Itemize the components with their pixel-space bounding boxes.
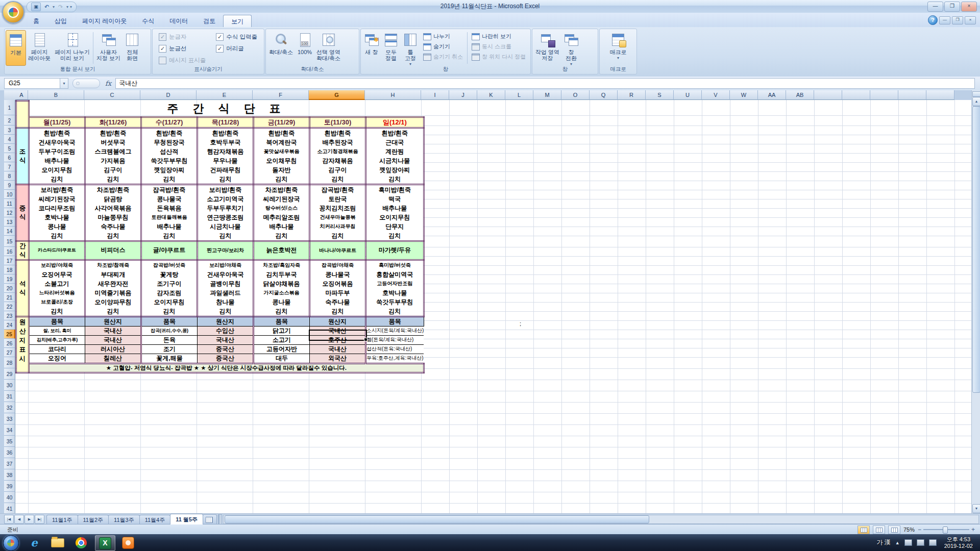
row-header-29[interactable]: 29 <box>4 368 15 380</box>
column-header-G[interactable]: G <box>309 90 365 100</box>
selected-cell-G25[interactable] <box>309 330 367 341</box>
restore-button[interactable]: ❐ <box>944 2 960 12</box>
day-header[interactable]: 수(11/27) <box>141 117 198 128</box>
column-header-U[interactable]: U <box>674 90 702 100</box>
menu-block[interactable]: 흰밥/흰죽근대국계란찜시금치나물깻잎장아찌김치 <box>366 128 424 184</box>
column-header-AB[interactable]: AB <box>786 90 814 100</box>
row-header-12[interactable]: 12 <box>4 208 15 217</box>
last-sheet-icon[interactable]: ▶| <box>35 515 44 524</box>
start-button[interactable] <box>3 535 19 551</box>
arrange-all-button[interactable]: 모두 정렬 <box>381 30 401 66</box>
row-header-4[interactable]: 4 <box>4 135 15 144</box>
column-header-V[interactable]: V <box>702 90 730 100</box>
taskbar-excel[interactable]: X <box>95 535 115 551</box>
origin-header[interactable]: 원산지 <box>85 316 141 326</box>
custom-views-button[interactable]: 사용자 지정 보기 <box>94 30 122 66</box>
checkbox-눈금자[interactable]: ✓눈금자 <box>159 33 206 41</box>
corner-cell[interactable] <box>16 101 29 128</box>
row-header-26[interactable]: 26 <box>4 339 15 348</box>
column-header-H[interactable]: H <box>365 90 421 100</box>
row-header-14[interactable]: 14 <box>4 227 15 236</box>
column-header-I[interactable]: I <box>421 90 449 100</box>
row-header-41[interactable]: 41 <box>4 503 15 514</box>
horizontal-scroll-thumb[interactable] <box>225 515 649 523</box>
row-header-9[interactable]: 9 <box>4 181 15 190</box>
sheet-tab-11월2주[interactable]: 11월2주 <box>78 515 109 524</box>
column-header-R[interactable]: R <box>618 90 646 100</box>
sheet-canvas[interactable]: 주 간 식 단 표월(11/25)화(11/26)수(11/27)목(11/28… <box>15 100 972 513</box>
origin-cell[interactable]: 고등어자반 <box>254 344 310 354</box>
origin-cell[interactable]: 수입산 <box>198 326 254 335</box>
column-header-K[interactable]: K <box>477 90 505 100</box>
row-header-32[interactable]: 32 <box>4 402 15 413</box>
origin-cell[interactable]: 코다리 <box>29 344 85 354</box>
sheet-tab-11월1주[interactable]: 11월1주 <box>46 515 78 524</box>
new-window-button[interactable]: ✱ 새 창 <box>362 30 381 66</box>
sheet-tab-11월3주[interactable]: 11월3주 <box>108 515 140 524</box>
ribbon-tab-검토[interactable]: 검토 <box>195 15 223 27</box>
row-header-2[interactable]: 2 <box>4 115 15 126</box>
row-header-10[interactable]: 10 <box>4 190 15 199</box>
row-header-28[interactable]: 28 <box>4 357 15 368</box>
taskbar-internet-explorer[interactable]: e <box>24 535 44 550</box>
menu-block[interactable]: 흑미밥/버섯죽홍합살미역국고등어자반조림호박나물쑥갓두부무침김치 <box>366 260 424 316</box>
column-header-blank[interactable] <box>898 90 926 100</box>
origin-header[interactable]: 품목 <box>254 316 310 326</box>
origin-header[interactable]: 원산지 <box>198 316 254 326</box>
origin-header[interactable]: 품목 <box>366 316 424 326</box>
ime-indicator[interactable]: 가 漢 <box>876 538 890 547</box>
column-header-blank[interactable] <box>870 90 898 100</box>
row-header-18[interactable]: 18 <box>4 265 15 274</box>
origin-header[interactable]: 원산지 <box>310 316 366 326</box>
column-header-C[interactable]: C <box>84 90 140 100</box>
row-header-3[interactable]: 3 <box>4 126 15 135</box>
switch-windows-button[interactable]: 창 전환 <box>561 30 581 66</box>
minimize-button[interactable]: — <box>927 2 943 12</box>
scroll-up-icon[interactable]: ▲ <box>972 97 980 106</box>
tray-expand-icon[interactable]: ▲ <box>895 540 900 545</box>
sheet-tab-11월4주[interactable]: 11월4주 <box>139 515 171 524</box>
origin-cell[interactable]: 국내산 <box>85 326 141 335</box>
status-normal-view-button[interactable] <box>857 525 870 534</box>
column-header-O[interactable]: O <box>561 90 590 100</box>
name-box-dropdown-icon[interactable]: ▾ <box>60 78 68 89</box>
insert-function-icon[interactable]: fx <box>105 80 111 87</box>
zoom-100-button[interactable]: 100 100% <box>295 30 314 66</box>
workbook-close-button[interactable]: × <box>965 16 976 24</box>
origin-header[interactable]: 품목 <box>141 316 198 326</box>
menu-block[interactable]: 보리밥/흰죽씨레기된장국코다리무조림호박나물콩나물김치 <box>29 184 85 241</box>
column-header-W[interactable]: W <box>730 90 758 100</box>
button-숨기기[interactable]: 숨기기 <box>423 43 463 51</box>
column-header-A[interactable]: A <box>15 90 28 100</box>
zoom-slider-thumb[interactable] <box>943 527 948 534</box>
menu-block[interactable]: 흑미밥/흰죽떡국배추나물오이지무침단무지김치 <box>366 184 424 241</box>
row-header-15[interactable]: 15 <box>4 236 15 247</box>
help-icon[interactable]: ? <box>928 15 938 25</box>
menu-block[interactable]: 흰밥/흰죽건새우아욱국두부구이조림배추나물오이지무침김치 <box>29 128 85 184</box>
checkbox-메시지 표시줄[interactable]: 메시지 표시줄 <box>159 57 206 64</box>
menu-block[interactable]: 잡곡밥/버섯죽꽃게탕조기구이감자조림오이지무침김치 <box>141 260 198 316</box>
horizontal-scrollbar[interactable] <box>223 515 979 524</box>
origin-cell[interactable]: 국내산 <box>198 335 254 344</box>
origin-cell[interactable]: 꽃게,해물 <box>141 354 198 363</box>
workbook-restore-button[interactable]: ❐ <box>952 16 963 24</box>
menu-block[interactable]: 흰밥/흰죽버섯무국스크램블에그가지볶음김구이김치 <box>85 128 141 184</box>
day-header[interactable]: 목(11/28) <box>198 117 254 128</box>
ribbon-tab-삽입[interactable]: 삽입 <box>47 15 75 27</box>
menu-block[interactable]: 잡곡밥/흰죽콩나물국돈육볶음토란대들깨볶음배추나물김치 <box>141 184 198 241</box>
origin-wide-cell[interactable]: 우육:호주산,계육:국내산) <box>366 354 424 363</box>
origin-cell[interactable]: 잡곡(귀리,수수,콩) <box>141 326 198 335</box>
zoom-out-icon[interactable]: − <box>918 526 921 533</box>
menu-block[interactable]: 차조밥/흰죽씨레기된장국탕수버섯/소스메추리알조림배추나물김치 <box>254 184 310 241</box>
sheet-tab-11월5주[interactable]: 11 월5주 <box>170 514 203 524</box>
origin-cell[interactable]: 닭고기 <box>254 326 310 335</box>
prev-sheet-icon[interactable]: ◀ <box>14 515 24 524</box>
insert-worksheet-tab[interactable] <box>203 514 217 524</box>
volume-tray-icon[interactable] <box>929 539 937 546</box>
button-나란히 보기[interactable]: 나란히 보기 <box>472 33 526 40</box>
formula-input[interactable]: 국내산 <box>115 78 975 89</box>
snack-cell[interactable]: 비피더스 <box>85 241 141 260</box>
menu-block[interactable]: 차조밥/흰죽닭곰탕사각어묵볶음마늘쫑무침숙주나물김치 <box>85 184 141 241</box>
origin-header[interactable]: 품목 <box>29 316 85 326</box>
snack-cell[interactable]: 마가렛/두유 <box>366 241 424 260</box>
